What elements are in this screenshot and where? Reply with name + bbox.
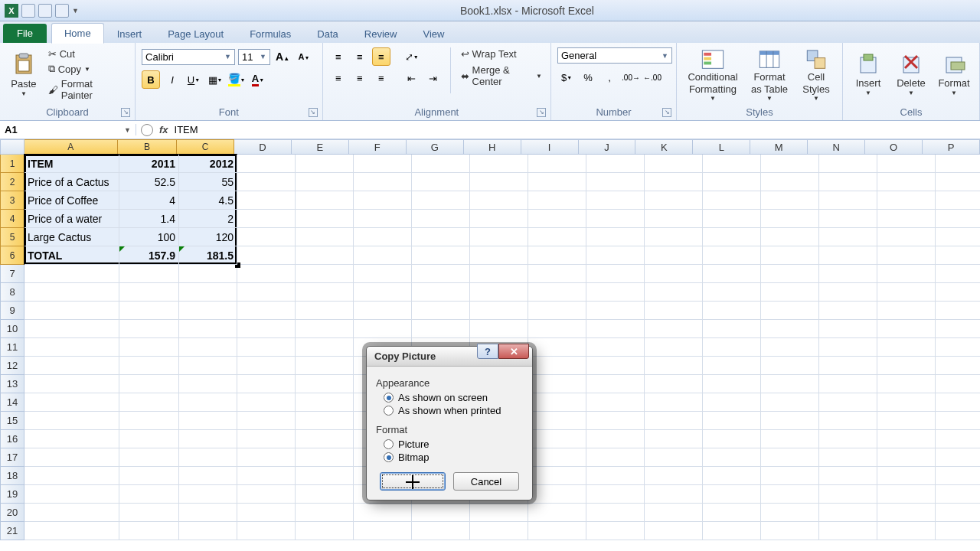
- underline-button[interactable]: U▼: [185, 70, 203, 89]
- cell-C6[interactable]: 181.5: [179, 246, 237, 265]
- radio-bitmap[interactable]: Bitmap: [384, 452, 523, 463]
- cell[interactable]: [237, 246, 296, 265]
- select-all-corner[interactable]: [0, 139, 24, 155]
- cell[interactable]: [119, 302, 179, 320]
- cell[interactable]: [528, 155, 586, 173]
- row-header-20[interactable]: 20: [0, 504, 24, 522]
- cell[interactable]: [586, 228, 645, 246]
- cut-button[interactable]: ✂Cut: [46, 47, 129, 60]
- cell[interactable]: [586, 191, 645, 210]
- name-box[interactable]: A1▼: [0, 124, 136, 135]
- row-header-2[interactable]: 2: [0, 173, 24, 191]
- dialog-title-bar[interactable]: Copy Picture ? ✕: [367, 347, 532, 367]
- cell[interactable]: [237, 412, 296, 430]
- cell[interactable]: [528, 393, 586, 412]
- cell[interactable]: [119, 393, 179, 412]
- cell[interactable]: [819, 504, 877, 522]
- column-header-K[interactable]: K: [635, 139, 693, 155]
- cell[interactable]: [761, 338, 819, 357]
- cell[interactable]: [470, 173, 528, 191]
- cell[interactable]: [936, 485, 980, 504]
- cell[interactable]: [354, 504, 412, 522]
- align-bottom-icon[interactable]: ≡: [372, 47, 390, 66]
- cell[interactable]: [237, 504, 296, 522]
- cell[interactable]: [296, 155, 354, 173]
- cell[interactable]: [761, 265, 819, 283]
- cell[interactable]: [470, 228, 528, 246]
- cell[interactable]: [296, 210, 354, 228]
- cell[interactable]: [645, 393, 703, 412]
- cell[interactable]: [354, 265, 412, 283]
- cell[interactable]: [936, 393, 980, 412]
- cell[interactable]: [761, 467, 819, 485]
- cell[interactable]: [586, 155, 645, 173]
- cell[interactable]: [877, 246, 936, 265]
- cell[interactable]: [296, 338, 354, 357]
- cell[interactable]: [936, 467, 980, 485]
- cell[interactable]: [586, 210, 645, 228]
- cell[interactable]: [586, 320, 645, 338]
- cell[interactable]: [296, 375, 354, 393]
- cell[interactable]: [528, 320, 586, 338]
- cell[interactable]: [296, 522, 354, 540]
- cell[interactable]: [296, 191, 354, 210]
- cell[interactable]: [528, 357, 586, 375]
- cell[interactable]: [877, 375, 936, 393]
- row-header-15[interactable]: 15: [0, 412, 24, 430]
- error-indicator-icon[interactable]: [119, 246, 125, 252]
- cell[interactable]: [761, 412, 819, 430]
- cell-C1[interactable]: 2012: [179, 155, 237, 173]
- cell[interactable]: [412, 522, 470, 540]
- cell-C2[interactable]: 55: [179, 173, 237, 191]
- font-launcher-icon[interactable]: ↘: [309, 108, 318, 117]
- cell[interactable]: [761, 375, 819, 393]
- cell[interactable]: [703, 173, 761, 191]
- cell[interactable]: [412, 302, 470, 320]
- cell[interactable]: [296, 393, 354, 412]
- cell[interactable]: [819, 210, 877, 228]
- grow-font-icon[interactable]: A▲: [273, 47, 292, 66]
- cell[interactable]: [936, 246, 980, 265]
- cell[interactable]: [819, 357, 877, 375]
- cell[interactable]: [119, 522, 179, 540]
- merge-center-button[interactable]: ⬌Merge & Center▼: [459, 64, 544, 88]
- cell[interactable]: [586, 430, 645, 448]
- copy-button[interactable]: ⧉Copy▼: [46, 62, 129, 76]
- cell[interactable]: [819, 375, 877, 393]
- cell[interactable]: [586, 448, 645, 467]
- cell[interactable]: [412, 210, 470, 228]
- cell[interactable]: [354, 283, 412, 302]
- decrease-indent-icon[interactable]: ⇤: [403, 69, 421, 87]
- format-cells-button[interactable]: Format▼: [935, 47, 973, 103]
- cell[interactable]: [237, 448, 296, 467]
- cell[interactable]: [936, 302, 980, 320]
- cell[interactable]: [819, 283, 877, 302]
- cell[interactable]: [119, 375, 179, 393]
- cell[interactable]: [237, 393, 296, 412]
- cell[interactable]: [703, 338, 761, 357]
- tab-view[interactable]: View: [410, 24, 457, 44]
- cell[interactable]: [24, 265, 119, 283]
- error-indicator-icon[interactable]: [179, 246, 185, 252]
- cell[interactable]: [24, 393, 119, 412]
- cell[interactable]: [819, 412, 877, 430]
- cell[interactable]: [470, 191, 528, 210]
- cell[interactable]: [703, 265, 761, 283]
- cell[interactable]: [237, 338, 296, 357]
- cell[interactable]: [354, 522, 412, 540]
- cell[interactable]: [470, 522, 528, 540]
- cell-A1[interactable]: ITEM: [24, 155, 119, 173]
- cell[interactable]: [761, 302, 819, 320]
- orientation-icon[interactable]: ⤢▼: [403, 47, 421, 66]
- cell[interactable]: [528, 210, 586, 228]
- format-as-table-button[interactable]: Format as Table▼: [747, 47, 792, 103]
- cell[interactable]: [761, 320, 819, 338]
- cell[interactable]: [179, 485, 237, 504]
- cell-B4[interactable]: 1.4: [119, 210, 179, 228]
- cell[interactable]: [296, 246, 354, 265]
- column-header-C[interactable]: C: [177, 139, 234, 155]
- cell[interactable]: [179, 412, 237, 430]
- column-header-B[interactable]: B: [118, 139, 177, 155]
- cell-B5[interactable]: 100: [119, 228, 179, 246]
- cell[interactable]: [296, 320, 354, 338]
